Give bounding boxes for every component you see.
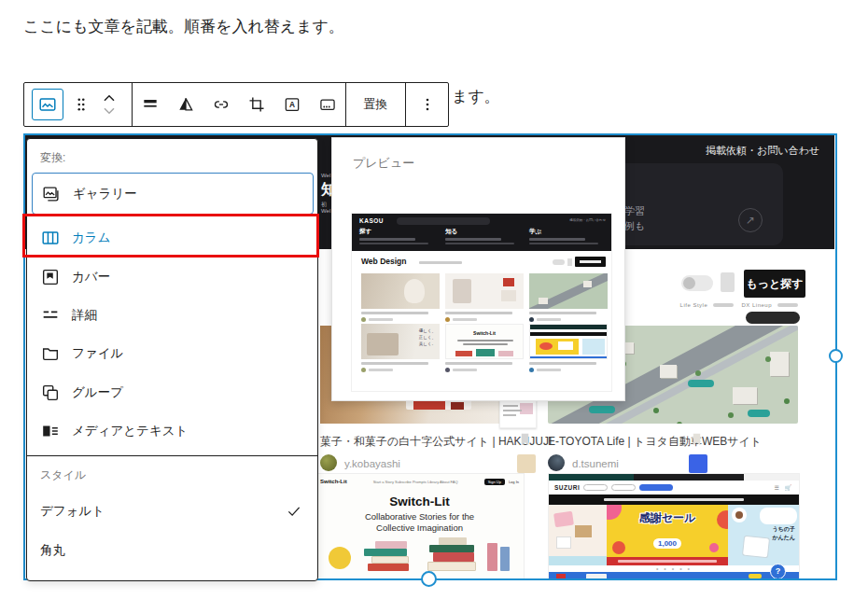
paragraph-block-clipped[interactable]: ます。 (452, 86, 500, 107)
menu-item-label: メディアとテキスト (72, 423, 188, 439)
media-text-icon (40, 421, 61, 441)
preview-switchlit-title: Switch-Lit (446, 325, 523, 336)
text-overlay-icon[interactable]: A (274, 83, 310, 126)
switchlit-nav: Start a Story Subscribe Prompts Library … (351, 480, 481, 484)
card-switchlit: Switch-Lit Start a Story Subscribe Promp… (315, 473, 525, 580)
preview-section-title: Web Design (361, 257, 407, 266)
switchlit-signup-button: Sign Up (484, 479, 505, 485)
gallery-icon (41, 184, 62, 204)
suzuri-sale-banner: 感謝セール 1,000 うちの子 かんたん (549, 505, 799, 565)
suzuri-logo: SUZURI (554, 484, 580, 491)
site-toggle (681, 275, 713, 291)
options-icon[interactable] (406, 83, 448, 126)
transform-dropdown: 変換: ギャラリー カラム カバー 詳細 ファイル グループ メディアとテ (26, 138, 318, 581)
style-option-rounded[interactable]: 角丸 (27, 531, 317, 570)
check-icon (286, 503, 302, 520)
badge-square (689, 454, 707, 473)
avatar (320, 454, 337, 471)
menu-item-details[interactable]: 詳細 (27, 296, 317, 335)
alignment-icon[interactable] (133, 83, 168, 126)
menu-item-label: ギャラリー (73, 186, 137, 202)
image-block-icon[interactable] (32, 89, 63, 120)
menu-item-label: グループ (72, 384, 123, 401)
switchlit-subtitle: Collaborative Stories for the (315, 511, 524, 522)
site-small-button (746, 312, 800, 324)
switchlit-subtitle: Collective Imagination (315, 522, 524, 533)
menu-item-group[interactable]: グループ (27, 373, 317, 412)
style-option-label: 角丸 (40, 542, 65, 559)
site-view-switch (721, 272, 735, 292)
avatar (548, 454, 565, 471)
style-option-default[interactable]: デフォルト (27, 492, 317, 531)
paragraph-block[interactable]: ここにも文章を記載。順番を入れ替えます。 (23, 16, 344, 37)
caption-icon[interactable] (310, 83, 345, 126)
annotation-red-box (22, 214, 319, 258)
switchlit-heading: Switch-Lit (315, 495, 524, 509)
preview-site-header: KASOU 掲載依頼・お問い合わせ 探す 知る 学ぶ (352, 214, 611, 251)
menu-item-label: 詳細 (72, 307, 97, 324)
style-section-label: スタイル (40, 467, 86, 483)
transform-label: 変換: (40, 150, 65, 166)
link-icon[interactable] (203, 83, 239, 126)
group-icon (40, 383, 61, 403)
preview-search-bar (397, 217, 490, 225)
menu-item-label: カバー (72, 269, 110, 286)
file-icon (40, 343, 61, 364)
card-author: d.tsunemi (572, 458, 619, 469)
preview-nav-item: 知る (445, 228, 525, 236)
menu-divider (27, 455, 317, 456)
svg-text:A: A (288, 100, 294, 109)
suzuri-right-text: うちの子 (773, 525, 795, 534)
menu-item-media-text[interactable]: メディアとテキスト (27, 411, 317, 451)
preview-vertical-text: 優しく、 正しく、 美しく。 (419, 327, 436, 348)
site-mini-nav: Life Style DX Lineup (623, 302, 798, 308)
resize-handle-right[interactable] (829, 349, 843, 363)
details-icon (40, 305, 61, 326)
style-option-label: デフォルト (40, 503, 105, 520)
clipped-text: Wel (321, 173, 330, 178)
block-toolbar: A 置換 (23, 82, 449, 127)
preview-nav-item: 学ぶ (529, 228, 609, 236)
preview-thumbnail: KASOU 掲載依頼・お問い合わせ 探す 知る 学ぶ Web Design (351, 213, 612, 392)
site-more-button: もっと探す (744, 270, 805, 298)
preview-nav-item: 探す (359, 228, 440, 236)
menu-item-gallery[interactable]: ギャラリー (32, 173, 314, 215)
illustration-sun (329, 547, 351, 569)
card-float-widget (499, 398, 537, 428)
arrow-circle-icon: ↗ (738, 208, 763, 232)
suzuri-sale-text: 感謝セール (607, 510, 728, 526)
editor-canvas: ここにも文章を記載。順番を入れ替えます。 ます。 掲載依頼・お問い合わせ Wel… (0, 0, 868, 613)
bookmark-icon (690, 431, 704, 448)
card-title-toyota: E-TOYOTA Life | トヨタ自動車WEBサイト (548, 434, 762, 450)
menu-item-file[interactable]: ファイル (27, 334, 317, 373)
menu-item-cover[interactable]: カバー (27, 258, 317, 297)
hero-fragment: 学習 (624, 204, 645, 218)
site-top-link: 掲載依頼・お問い合わせ (706, 144, 819, 158)
duotone-filter-icon[interactable] (168, 83, 203, 126)
menu-item-label: ファイル (72, 345, 123, 362)
replace-button[interactable]: 置換 (346, 83, 406, 126)
move-down-icon[interactable] (100, 104, 119, 118)
hero-fragment: 例も (624, 219, 645, 233)
move-up-icon[interactable] (100, 91, 119, 104)
help-bubble-icon: ? (770, 564, 786, 579)
switchlit-login-link: Log In (509, 480, 519, 484)
card-title-hakujuji: 菓子・和菓子の白十字公式サイト | HAKUJUJI (320, 434, 552, 450)
bookmark-icon (518, 431, 532, 448)
card-suzuri: SUZURI ☰ 🛒 感謝セール 1,000 (548, 473, 800, 580)
cover-icon (40, 267, 61, 287)
preview-title: プレビュー (353, 155, 414, 172)
preview-popover: プレビュー KASOU 掲載依頼・お問い合わせ 探す 知る 学ぶ (331, 137, 625, 401)
suzuri-right-text: かんたん (772, 534, 795, 542)
switchlit-logo: Switch-Lit (320, 479, 347, 484)
drag-handle[interactable] (67, 83, 95, 126)
preview-brand: KASOU (359, 217, 384, 224)
suzuri-price: 1,000 (653, 538, 681, 549)
preview-top-link: 掲載依頼・お問い合わせ (569, 218, 606, 222)
crop-icon[interactable] (239, 83, 274, 126)
resize-handle-bottom[interactable] (421, 571, 437, 587)
card-author: y.kobayashi (344, 458, 400, 469)
clipped-text: Wel (321, 208, 330, 214)
badge-square (517, 454, 536, 473)
